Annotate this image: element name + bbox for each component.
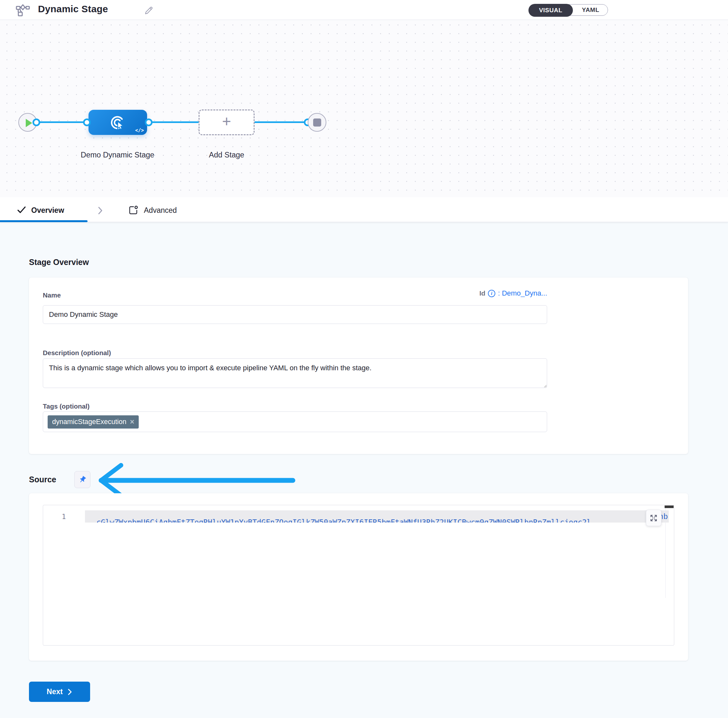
next-chevron-icon (67, 688, 72, 695)
stage-id-row: Id i : Demo_Dyna... (43, 289, 547, 297)
source-card: 1 cGlwZWxpbmU6CiAgbmFtZTogRHluYW1pYyBTdG… (29, 493, 688, 661)
code-badge-icon: </> (135, 127, 144, 133)
info-icon[interactable]: i (488, 290, 495, 297)
description-textarea[interactable]: This is a dynamic stage which allows you… (43, 358, 547, 388)
pipeline-icon (15, 4, 30, 18)
pin-button[interactable] (74, 471, 90, 488)
id-label: Id (479, 289, 485, 297)
source-heading: Source (29, 475, 56, 484)
next-button[interactable]: Next (29, 681, 90, 702)
tag-chip: dynamicStageExecution × (47, 415, 139, 429)
click-execute-icon (109, 114, 127, 132)
add-stage-button[interactable]: + (199, 109, 255, 135)
edge-start-to-stage (36, 121, 87, 123)
tags-label: Tags (optional) (43, 403, 89, 410)
header-bar: Dynamic Stage VISUAL YAML (0, 0, 728, 20)
pipeline-canvas: </> Demo Dynamic Stage + Add Stage (0, 20, 728, 197)
tags-input[interactable]: dynamicStageExecution × (43, 412, 547, 432)
name-input[interactable] (43, 305, 547, 324)
port-stage-left (83, 118, 91, 126)
pipeline-end-node (308, 113, 326, 132)
check-icon (17, 205, 26, 216)
line-number: 1 (62, 513, 66, 521)
visual-yaml-toggle: VISUAL YAML (529, 4, 608, 16)
add-stage-label: Add Stage (194, 148, 259, 162)
plus-icon: + (222, 115, 231, 128)
edge-addstage-to-end (254, 121, 308, 123)
page-root: Dynamic Stage VISUAL YAML (0, 0, 728, 718)
toggle-yaml[interactable]: YAML (574, 5, 608, 15)
tag-remove-icon[interactable]: × (130, 418, 134, 426)
scrollbar-gutter-line (665, 508, 665, 598)
expand-button[interactable] (646, 510, 661, 526)
stop-icon (313, 118, 321, 127)
dynamic-stage-node[interactable]: </> (89, 110, 147, 135)
port-start (32, 118, 40, 126)
stage-overview-card: Name Id i : Demo_Dyna... Description (op… (29, 277, 688, 454)
scrollbar-thumb[interactable] (665, 505, 674, 508)
stage-tabbar (0, 197, 728, 222)
chevron-right-icon (95, 205, 105, 217)
stage-node-label: Demo Dynamic Stage (63, 148, 172, 162)
description-label: Description (optional) (43, 349, 111, 357)
tab-overview[interactable]: Overview (31, 206, 64, 215)
edge-stage-to-addstage (149, 121, 199, 123)
active-tab-underline (0, 220, 87, 222)
stage-id-link[interactable]: : Demo_Dyna... (498, 289, 547, 297)
stage-overview-heading: Stage Overview (29, 257, 89, 267)
next-button-label: Next (47, 687, 63, 696)
port-stage-right (145, 118, 153, 126)
code-text-start: cGlwZWxpbmU6CiAgbmFtZTogRHluYW1pYyBTdGFn… (96, 518, 591, 522)
tag-chip-label: dynamicStageExecution (52, 418, 127, 426)
play-icon (26, 119, 32, 127)
page-title: Dynamic Stage (38, 3, 108, 14)
edit-pencil-icon[interactable] (144, 6, 154, 17)
tab-advanced[interactable]: Advanced (144, 206, 177, 215)
code-line: cGlwZWxpbmU6CiAgbmFtZTogRHluYW1pYyBTdGFn… (85, 510, 669, 522)
advanced-tab-icon[interactable] (128, 205, 139, 217)
code-editor[interactable]: 1 cGlwZWxpbmU6CiAgbmFtZTogRHluYW1pYyBTdG… (43, 505, 674, 646)
toggle-visual[interactable]: VISUAL (528, 4, 573, 17)
